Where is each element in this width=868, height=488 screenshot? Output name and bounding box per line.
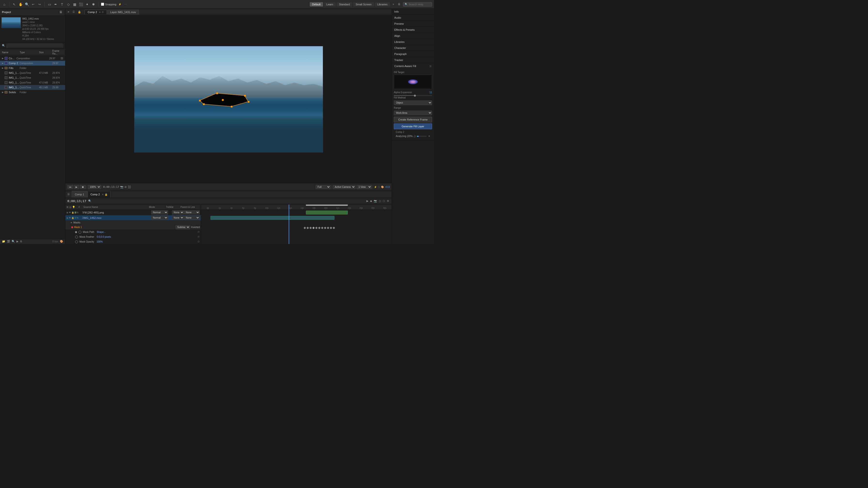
- puppet-tool-icon[interactable]: ✱: [91, 2, 96, 7]
- list-item[interactable]: ▶ Fills Folder: [0, 66, 65, 70]
- keyframe-diamond[interactable]: [321, 227, 323, 229]
- gradient-tool-icon[interactable]: ▦: [72, 2, 77, 7]
- list-item[interactable]: ▶ IMG_1431.mov QuickTime 47.0 MB 29.974: [0, 80, 65, 85]
- layer-row[interactable]: ◉ 👁 🔒 fx 1 Fill [282-465].png Normal: [65, 210, 201, 215]
- layer-lock-icon[interactable]: 🔒: [71, 217, 74, 219]
- character-header[interactable]: Character: [392, 45, 434, 51]
- list-item[interactable]: ▶ IMG_1431.mov QuickTime 29.974: [0, 75, 65, 80]
- transparency-grid-icon[interactable]: ⬛: [128, 186, 131, 189]
- audio-header[interactable]: Audio: [392, 15, 434, 21]
- workspace-tab-small-screen[interactable]: Small Screen: [353, 2, 374, 6]
- tracker-header[interactable]: Tracker: [392, 57, 434, 63]
- create-reference-frame-btn[interactable]: Create Reference Frame: [394, 117, 432, 123]
- keyframe-diamond[interactable]: [330, 227, 332, 229]
- effects-presets-header[interactable]: Effects & Presets: [392, 27, 434, 33]
- new-comp-icon[interactable]: 🎬: [7, 240, 10, 243]
- list-item[interactable]: ▶ IMG_1431.mov QuickTime 47.0 MB 29.974: [0, 70, 65, 75]
- keyframe-diamond[interactable]: [304, 227, 306, 229]
- list-item[interactable]: ▶ Comp 1 Composition 29.97 ⬛: [0, 56, 65, 61]
- rect-tool-icon[interactable]: ▭: [47, 2, 52, 7]
- color-settings-icon[interactable]: 🎨: [60, 240, 63, 243]
- keyframe-diamond[interactable]: [312, 227, 315, 229]
- keyframe-diamond[interactable]: [318, 227, 321, 229]
- masks-section-row[interactable]: ▼ Masks: [65, 221, 201, 225]
- select-tool-icon[interactable]: ↖: [12, 2, 17, 7]
- shape-tool-icon[interactable]: ◇: [66, 2, 71, 7]
- workspace-tab-default[interactable]: Default: [310, 2, 323, 6]
- layer-track-select[interactable]: None: [172, 216, 184, 220]
- generate-fill-layer-btn[interactable]: Generate Fill Layer: [394, 124, 432, 129]
- search-help-input[interactable]: [409, 3, 430, 6]
- fill-method-select[interactable]: ObjectSurfaceEdge Blend: [394, 100, 432, 105]
- libraries-header[interactable]: Libraries: [392, 39, 434, 45]
- content-aware-header[interactable]: Content-Aware Fill ☰: [392, 63, 434, 69]
- timeline-camera-btn[interactable]: 📷: [373, 199, 378, 203]
- snapping-checkbox[interactable]: [101, 3, 104, 6]
- timeline-menu-icon[interactable]: ☰: [66, 192, 71, 196]
- analyzing-cancel-icon[interactable]: ✕: [428, 135, 430, 137]
- layer-track-select[interactable]: None: [172, 210, 184, 215]
- work-area-bar[interactable]: [306, 204, 348, 206]
- reset-exposure-icon[interactable]: +0.0: [385, 186, 390, 188]
- viewer-tab-close-btn[interactable]: ✕: [66, 10, 70, 14]
- timeline-shape-btn[interactable]: ◻: [378, 199, 381, 203]
- layer-solo-icon[interactable]: ◉: [66, 211, 68, 214]
- workspace-options-icon[interactable]: ☰: [397, 2, 402, 7]
- layer-fx-icon[interactable]: fx: [77, 211, 79, 214]
- layer-parent-select[interactable]: None: [184, 210, 200, 215]
- view-layout-select[interactable]: 1 View2 Views4 Views: [356, 185, 372, 189]
- content-aware-options-icon[interactable]: ☰: [429, 65, 432, 68]
- timeline-options-btn[interactable]: ⚙: [386, 199, 390, 203]
- timeline-mask-btn[interactable]: ⬡: [382, 199, 385, 203]
- redo-icon[interactable]: ↪: [37, 2, 42, 7]
- viewer-lock-icon[interactable]: 🔒: [77, 10, 82, 14]
- layer-fx-icon[interactable]: fx: [77, 217, 79, 219]
- timeline-search-btn[interactable]: 🔍: [88, 199, 92, 203]
- timeline-tab-comp1[interactable]: Comp 1: [72, 191, 87, 197]
- layer-parent-select[interactable]: None: [184, 216, 200, 220]
- list-item[interactable]: ▶ Comp 2 Composition 29.97: [0, 61, 65, 66]
- mask-mode-select[interactable]: SubtractAddNone: [176, 225, 190, 229]
- new-folder-icon[interactable]: 📁: [2, 240, 5, 243]
- list-item[interactable]: ▶ IMG_1462.mov QuickTime 48.1 MB 29.99: [0, 85, 65, 90]
- alpha-expansion-value[interactable]: 11: [427, 91, 432, 94]
- keyframe-diamond[interactable]: [327, 227, 330, 229]
- more-workspaces-icon[interactable]: »: [391, 2, 396, 7]
- timeline-tab-lock[interactable]: 🔒: [104, 193, 107, 196]
- layer-solo-icon[interactable]: ◉: [66, 217, 68, 219]
- alpha-expansion-handle[interactable]: [414, 95, 416, 97]
- clone-tool-icon[interactable]: ✦: [85, 2, 90, 7]
- layer-visible-icon[interactable]: 👁: [69, 217, 71, 219]
- workspace-tab-learn[interactable]: Learn: [324, 2, 336, 6]
- snap-options-icon[interactable]: ⋯: [123, 2, 128, 7]
- layer-tab[interactable]: Layer IMG_1431.mov: [107, 10, 139, 14]
- align-header[interactable]: Align: [392, 33, 434, 39]
- set-time-icon[interactable]: 📷: [120, 186, 124, 189]
- timeline-tab-close[interactable]: ✕: [102, 193, 104, 196]
- mask-feather-row[interactable]: Mask Feather 0.0,0.0 pixels ⏱: [65, 234, 201, 239]
- home-icon[interactable]: ⌂: [2, 2, 7, 7]
- playhead[interactable]: [289, 204, 289, 209]
- keyframe-diamond[interactable]: [307, 227, 309, 229]
- comp-tab[interactable]: Comp 2 ✕ ⚙: [85, 10, 107, 14]
- stop-btn[interactable]: ⏹: [80, 185, 86, 189]
- viewer-tab-options-btn[interactable]: ☰: [71, 10, 76, 14]
- info-header[interactable]: Info: [392, 9, 434, 14]
- alpha-expansion-slider[interactable]: [394, 95, 432, 96]
- mask-feather-stopwatch[interactable]: ⏱: [197, 235, 200, 238]
- track-bar[interactable]: [211, 216, 335, 220]
- paragraph-header[interactable]: Paragraph: [392, 51, 434, 57]
- mask-path-stopwatch[interactable]: ⏱: [197, 231, 200, 233]
- mask-opacity-stopwatch[interactable]: ⏱: [197, 240, 200, 243]
- track-area[interactable]: 0s 2s 4s 6s 8s 10s 12s 14s 16s 18s 20s 2…: [201, 204, 392, 244]
- comp-tab-settings-icon[interactable]: ⚙: [102, 11, 104, 13]
- workspace-tab-standard[interactable]: Standard: [337, 2, 352, 6]
- region-of-interest-icon[interactable]: ⊞: [124, 186, 127, 189]
- keyframe-diamond[interactable]: [333, 227, 335, 229]
- layer-mode-select[interactable]: Normal: [151, 210, 168, 215]
- brush-tool-icon[interactable]: ⬛: [79, 2, 83, 7]
- fast-preview-icon[interactable]: ⚡: [374, 186, 377, 188]
- camera-select[interactable]: Active Camera: [333, 185, 355, 189]
- render-icon[interactable]: ▶: [17, 240, 19, 243]
- mask-row[interactable]: Mask 1 SubtractAddNone Inverted: [65, 225, 201, 230]
